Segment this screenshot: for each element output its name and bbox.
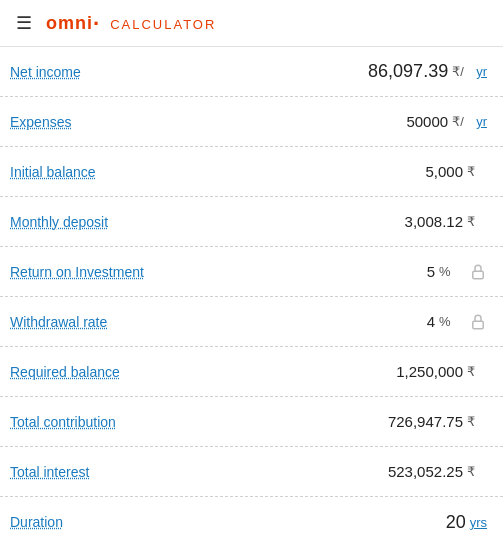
unit-monthly-deposit: ₹	[467, 214, 487, 229]
unit-link-duration[interactable]: yrs	[470, 515, 487, 530]
label-total-contribution[interactable]: Total contribution	[10, 414, 373, 430]
svg-rect-1	[473, 321, 484, 329]
label-initial-balance[interactable]: Initial balance	[10, 164, 373, 180]
label-monthly-deposit[interactable]: Monthly deposit	[10, 214, 373, 230]
calculator-rows: Net income86,097.39₹/yrExpenses50000₹/yr…	[0, 47, 503, 547]
logo-text: omni· CALCULATOR	[46, 13, 216, 33]
right-monthly-deposit: 3,008.12₹	[373, 213, 487, 230]
right-withdrawal-rate: 4%	[345, 313, 487, 331]
label-required-balance[interactable]: Required balance	[10, 364, 373, 380]
label-net-income[interactable]: Net income	[10, 64, 358, 80]
row-monthly-deposit: Monthly deposit3,008.12₹	[0, 197, 503, 247]
right-total-interest: 523,052.25₹	[373, 463, 487, 480]
row-total-contribution: Total contribution726,947.75₹	[0, 397, 503, 447]
right-expenses: 50000₹/yr	[358, 113, 487, 130]
menu-icon[interactable]: ☰	[16, 12, 32, 34]
unit-net-income: ₹/	[452, 64, 472, 79]
value-duration: 20	[376, 512, 466, 533]
value-monthly-deposit: 3,008.12	[373, 213, 463, 230]
unit-return-on-investment: %	[439, 264, 459, 279]
unit-total-contribution: ₹	[467, 414, 487, 429]
row-initial-balance: Initial balance5,000₹	[0, 147, 503, 197]
svg-rect-0	[473, 271, 484, 279]
value-total-interest: 523,052.25	[373, 463, 463, 480]
right-total-contribution: 726,947.75₹	[373, 413, 487, 430]
unit-initial-balance: ₹	[467, 164, 487, 179]
right-net-income: 86,097.39₹/yr	[358, 61, 487, 82]
value-required-balance: 1,250,000	[373, 363, 463, 380]
value-expenses: 50000	[358, 113, 448, 130]
value-total-contribution: 726,947.75	[373, 413, 463, 430]
value-net-income: 86,097.39	[358, 61, 448, 82]
logo-dot: ·	[93, 11, 100, 36]
value-return-on-investment: 5	[345, 263, 435, 280]
label-duration[interactable]: Duration	[10, 514, 376, 530]
value-initial-balance: 5,000	[373, 163, 463, 180]
right-required-balance: 1,250,000₹	[373, 363, 487, 380]
right-return-on-investment: 5%	[345, 263, 487, 281]
label-return-on-investment[interactable]: Return on Investment	[10, 264, 345, 280]
right-duration: 20yrs	[376, 512, 487, 533]
unit-link-expenses[interactable]: yr	[476, 114, 487, 129]
value-withdrawal-rate: 4	[345, 313, 435, 330]
lock-icon-return-on-investment	[469, 263, 487, 281]
label-expenses[interactable]: Expenses	[10, 114, 358, 130]
right-initial-balance: 5,000₹	[373, 163, 487, 180]
unit-required-balance: ₹	[467, 364, 487, 379]
unit-expenses: ₹/	[452, 114, 472, 129]
header: ☰ omni· CALCULATOR	[0, 0, 503, 47]
calculator-label: CALCULATOR	[110, 17, 216, 32]
unit-link-net-income[interactable]: yr	[476, 64, 487, 79]
logo: omni· CALCULATOR	[46, 13, 216, 34]
unit-total-interest: ₹	[467, 464, 487, 479]
row-net-income: Net income86,097.39₹/yr	[0, 47, 503, 97]
row-withdrawal-rate: Withdrawal rate4%	[0, 297, 503, 347]
label-withdrawal-rate[interactable]: Withdrawal rate	[10, 314, 345, 330]
row-duration: Duration20yrs	[0, 497, 503, 547]
row-required-balance: Required balance1,250,000₹	[0, 347, 503, 397]
label-total-interest[interactable]: Total interest	[10, 464, 373, 480]
row-total-interest: Total interest523,052.25₹	[0, 447, 503, 497]
row-expenses: Expenses50000₹/yr	[0, 97, 503, 147]
unit-withdrawal-rate: %	[439, 314, 459, 329]
lock-icon-withdrawal-rate	[469, 313, 487, 331]
row-return-on-investment: Return on Investment5%	[0, 247, 503, 297]
